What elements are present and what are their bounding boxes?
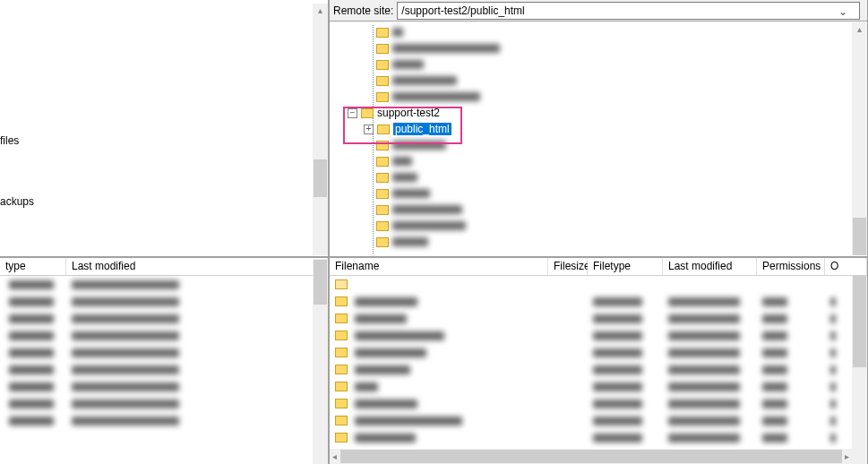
- tree-item-label: [392, 92, 480, 101]
- folder-icon: [335, 331, 348, 340]
- scroll-thumb[interactable]: [853, 274, 866, 367]
- cell-owner: [830, 331, 836, 340]
- folder-icon: [376, 189, 389, 199]
- cell-modified: [72, 331, 179, 340]
- list-item[interactable]: [0, 276, 313, 293]
- tree-item[interactable]: [330, 169, 852, 185]
- scroll-left-icon[interactable]: ◂: [330, 449, 340, 464]
- scrollbar-corner: [852, 449, 867, 464]
- list-item[interactable]: [0, 361, 313, 378]
- local-list-rows[interactable]: [0, 276, 313, 464]
- local-tree-label-backups[interactable]: ackups: [0, 195, 34, 208]
- tree-item[interactable]: [330, 202, 852, 218]
- remote-list-rows[interactable]: [330, 276, 852, 449]
- cell-filename: [355, 400, 417, 408]
- list-item[interactable]: [0, 412, 313, 429]
- tree-item-label: [392, 221, 466, 230]
- tree-item[interactable]: [330, 24, 852, 40]
- folder-icon: [376, 157, 389, 167]
- list-item[interactable]: [330, 293, 852, 310]
- list-item[interactable]: [0, 327, 313, 344]
- list-item[interactable]: [0, 293, 313, 310]
- tree-item[interactable]: [330, 40, 852, 56]
- cell-filename: [355, 417, 462, 425]
- tree-item[interactable]: [330, 218, 852, 234]
- scroll-up-icon[interactable]: [857, 22, 862, 35]
- tree-item-label: [392, 60, 424, 69]
- cell-permissions: [762, 417, 787, 425]
- folder-icon: [376, 237, 389, 247]
- scroll-thumb[interactable]: [314, 260, 327, 305]
- local-tree-scrollbar[interactable]: [313, 4, 328, 255]
- list-item[interactable]: [330, 310, 852, 327]
- cell-owner: [830, 400, 836, 408]
- list-item[interactable]: [0, 395, 313, 412]
- tree-item-label: support-test2: [377, 107, 440, 119]
- local-list-scrollbar[interactable]: [313, 259, 328, 464]
- folder-icon: [376, 173, 389, 183]
- list-item[interactable]: [330, 344, 852, 361]
- remote-tree-scrollbar[interactable]: [852, 22, 867, 255]
- column-modified[interactable]: Last modified: [663, 258, 757, 275]
- scroll-thumb[interactable]: [314, 159, 327, 197]
- list-item[interactable]: [0, 344, 313, 361]
- scroll-up-icon[interactable]: [318, 4, 322, 16]
- list-item[interactable]: [330, 327, 852, 344]
- column-filetype[interactable]: Filetype: [588, 258, 663, 275]
- tree-item[interactable]: [330, 89, 852, 105]
- list-item[interactable]: [330, 276, 852, 293]
- cell-modified: [72, 297, 179, 306]
- cell-owner: [830, 382, 836, 391]
- cell-modified: [668, 434, 740, 443]
- tree-item-support-test2[interactable]: −support-test2: [330, 105, 852, 121]
- list-item[interactable]: [0, 378, 313, 395]
- remote-list-hscrollbar[interactable]: ◂ ▸: [330, 449, 852, 464]
- scroll-right-icon[interactable]: ▸: [842, 449, 853, 464]
- remote-site-input[interactable]: [397, 2, 860, 20]
- column-modified[interactable]: Last modified: [66, 258, 328, 275]
- tree-item-public-html[interactable]: +public_html: [330, 121, 852, 137]
- list-item[interactable]: [330, 395, 852, 412]
- list-item[interactable]: [330, 429, 852, 446]
- remote-site-label: Remote site:: [333, 4, 393, 17]
- remote-tree[interactable]: −support-test2+public_html: [330, 21, 852, 256]
- cell-filetype: [593, 297, 642, 306]
- expand-icon[interactable]: +: [364, 125, 374, 134]
- cell-filetype: [593, 314, 642, 323]
- column-owner[interactable]: O: [825, 258, 867, 275]
- column-filetype[interactable]: type: [0, 258, 66, 275]
- tree-item[interactable]: [330, 73, 852, 89]
- scroll-track[interactable]: [340, 450, 842, 463]
- scroll-thumb[interactable]: [853, 218, 866, 255]
- column-filename[interactable]: Filename: [330, 258, 548, 275]
- cell-modified: [72, 365, 179, 374]
- folder-icon: [376, 205, 389, 215]
- collapse-icon[interactable]: −: [348, 108, 357, 118]
- tree-item[interactable]: [330, 56, 852, 73]
- cell-modified: [668, 348, 740, 357]
- tree-item-label: [392, 173, 417, 182]
- folder-icon: [376, 60, 389, 70]
- column-permissions[interactable]: Permissions: [757, 258, 825, 275]
- cell-permissions: [762, 382, 787, 391]
- tree-item[interactable]: [330, 153, 852, 169]
- list-item[interactable]: [330, 361, 852, 378]
- scroll-thumb[interactable]: [340, 450, 842, 463]
- tree-item[interactable]: [330, 137, 852, 153]
- cell-modified: [668, 365, 740, 374]
- list-item[interactable]: [0, 310, 313, 327]
- list-item[interactable]: [330, 378, 852, 395]
- folder-icon: [376, 28, 389, 38]
- cell-filetype: [593, 400, 642, 408]
- cell-modified: [668, 417, 740, 425]
- list-item[interactable]: [330, 412, 852, 429]
- cell-owner: [830, 297, 836, 306]
- cell-filename: [355, 348, 426, 357]
- cell-filename: [355, 365, 410, 374]
- remote-list-vscrollbar[interactable]: [852, 259, 867, 449]
- tree-item-label: [392, 205, 462, 214]
- tree-item[interactable]: [330, 234, 852, 250]
- column-filesize[interactable]: Filesize: [548, 258, 588, 275]
- local-tree-label-files[interactable]: files: [0, 134, 19, 147]
- tree-item[interactable]: [330, 185, 852, 202]
